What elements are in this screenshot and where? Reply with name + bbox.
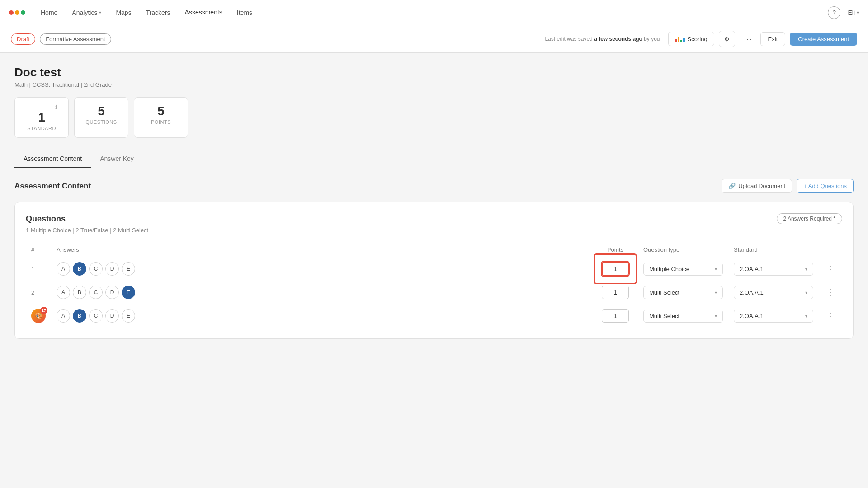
- answers-required-badge[interactable]: 2 Answers Required *: [777, 213, 842, 224]
- row2-num: 2: [26, 281, 51, 304]
- answer-C-1[interactable]: C: [89, 262, 103, 276]
- user-name: Eli: [848, 9, 855, 16]
- col-header-standard: Standard: [728, 243, 819, 257]
- stat-points-label: POINTS: [151, 119, 171, 125]
- scoring-bar-red: [675, 39, 677, 42]
- points-input-3[interactable]: [602, 309, 629, 323]
- answer-A-1[interactable]: A: [57, 262, 70, 276]
- settings-button[interactable]: ⚙: [719, 31, 735, 47]
- answer-E-1[interactable]: E: [122, 262, 135, 276]
- table-row: 2 A B C D E: [26, 281, 842, 304]
- upload-label: Upload Document: [738, 183, 785, 189]
- row2-points-cell: [593, 281, 638, 304]
- standard-dropdown-1[interactable]: 2.OA.A.1 ▾: [734, 263, 813, 276]
- row-menu-button-1[interactable]: ⋮: [824, 263, 837, 275]
- answer-C-3[interactable]: C: [89, 309, 103, 323]
- chevron-down-icon: ▾: [99, 10, 101, 15]
- chevron-down-icon: ▾: [805, 267, 807, 272]
- row2-menu: ⋮: [819, 281, 842, 304]
- logo-dot-red: [9, 10, 14, 15]
- stat-standard-number: 1: [38, 110, 45, 125]
- questions-panel: Questions 2 Answers Required * 1 Multipl…: [14, 202, 854, 339]
- create-assessment-button[interactable]: Create Assessment: [790, 33, 857, 46]
- row3-type: Multi Select ▾: [638, 304, 728, 328]
- answer-B-2[interactable]: B: [73, 286, 86, 299]
- info-icon[interactable]: ℹ: [55, 104, 57, 110]
- scoring-label: Scoring: [688, 36, 708, 42]
- chevron-down-icon: ▾: [715, 267, 717, 272]
- questions-header: Questions 2 Answers Required *: [26, 213, 842, 224]
- nav-right: ? Eli ▾: [828, 6, 859, 19]
- toolbar-right: Last edit was saved a few seconds ago by…: [545, 31, 857, 47]
- standard-dropdown-3[interactable]: 2.OA.A.1 ▾: [734, 310, 813, 323]
- questions-table: # Answers Points Question type Standard …: [26, 243, 842, 328]
- row-menu-button-2[interactable]: ⋮: [824, 286, 837, 299]
- question-type-dropdown-1[interactable]: Multiple Choice ▾: [643, 263, 723, 276]
- nav-maps[interactable]: Maps: [109, 6, 137, 19]
- question-type-dropdown-2[interactable]: Multi Select ▾: [643, 286, 723, 299]
- row1-standard: 2.OA.A.1 ▾: [728, 257, 819, 281]
- row3-answers: A B C D E: [51, 304, 593, 328]
- row-menu-button-3[interactable]: ⋮: [824, 310, 837, 322]
- questions-title: Questions: [26, 214, 66, 224]
- standard-label-3: 2.OA.A.1: [740, 313, 764, 319]
- nav-home[interactable]: Home: [34, 6, 64, 19]
- add-questions-button[interactable]: + Add Questions: [797, 179, 854, 193]
- col-header-num: #: [26, 243, 51, 257]
- standard-dropdown-2[interactable]: 2.OA.A.1 ▾: [734, 286, 813, 299]
- table-row: 1 A B C D E: [26, 257, 842, 281]
- chevron-down-icon: ▾: [715, 314, 717, 319]
- col-header-menu: [819, 243, 842, 257]
- tab-answer-key[interactable]: Answer Key: [91, 150, 143, 168]
- main-content: Doc test Math | CCSS: Traditional | 2nd …: [0, 53, 868, 352]
- nav-assessments[interactable]: Assessments: [179, 6, 229, 19]
- scoring-bars-icon: [675, 35, 685, 42]
- doc-title: Doc test: [14, 66, 854, 80]
- logo: [9, 10, 25, 15]
- tab-assessment-content[interactable]: Assessment Content: [14, 150, 91, 168]
- last-edit-prefix: Last edit was saved: [545, 36, 592, 42]
- question-type-label-2: Multi Select: [649, 289, 679, 296]
- col-header-answers: Answers: [51, 243, 593, 257]
- answer-E-3[interactable]: E: [122, 309, 135, 323]
- avatar-badge: 27: [40, 307, 47, 314]
- row3-standard: 2.OA.A.1 ▾: [728, 304, 819, 328]
- question-type-dropdown-3[interactable]: Multi Select ▾: [643, 310, 723, 323]
- row1-points-cell: [593, 257, 638, 281]
- stat-standard-label: STANDARD: [27, 126, 56, 131]
- user-menu[interactable]: Eli ▾: [848, 9, 859, 16]
- answers-row-2: A B C D E: [57, 286, 587, 299]
- upload-document-button[interactable]: 🔗 Upload Document: [722, 179, 792, 193]
- answer-A-2[interactable]: A: [57, 286, 70, 299]
- navigation: Home Analytics ▾ Maps Trackers Assessmen…: [0, 0, 868, 25]
- formative-badge[interactable]: Formative Assessment: [40, 33, 111, 45]
- doc-meta: Math | CCSS: Traditional | 2nd Grade: [14, 81, 854, 88]
- points-input-1[interactable]: [602, 262, 629, 276]
- answer-E-2[interactable]: E: [122, 286, 135, 299]
- answer-A-3[interactable]: A: [57, 309, 70, 323]
- stat-points-number: 5: [157, 104, 165, 118]
- answer-D-3[interactable]: D: [105, 309, 119, 323]
- nav-trackers[interactable]: Trackers: [140, 6, 177, 19]
- row2-answers: A B C D E: [51, 281, 593, 304]
- question-type-label-3: Multi Select: [649, 313, 679, 319]
- answer-C-2[interactable]: C: [89, 286, 103, 299]
- row2-type: Multi Select ▾: [638, 281, 728, 304]
- nav-items-link[interactable]: Items: [231, 6, 259, 19]
- stat-points: 5 POINTS: [134, 97, 188, 138]
- more-options-button[interactable]: ⋯: [740, 31, 756, 47]
- answer-D-2[interactable]: D: [105, 286, 119, 299]
- table-header-row: # Answers Points Question type Standard: [26, 243, 842, 257]
- answer-D-1[interactable]: D: [105, 262, 119, 276]
- help-button[interactable]: ?: [828, 6, 840, 19]
- last-edit-suffix: by you: [644, 36, 660, 42]
- scoring-button[interactable]: Scoring: [668, 32, 714, 46]
- answer-B-3[interactable]: B: [73, 309, 86, 323]
- points-input-2[interactable]: [602, 286, 629, 299]
- answer-B-1[interactable]: B: [73, 262, 86, 276]
- logo-dot-yellow: [15, 10, 19, 15]
- row2-standard: 2.OA.A.1 ▾: [728, 281, 819, 304]
- exit-button[interactable]: Exit: [760, 32, 786, 46]
- draft-badge[interactable]: Draft: [11, 33, 35, 45]
- nav-analytics[interactable]: Analytics ▾: [66, 6, 108, 19]
